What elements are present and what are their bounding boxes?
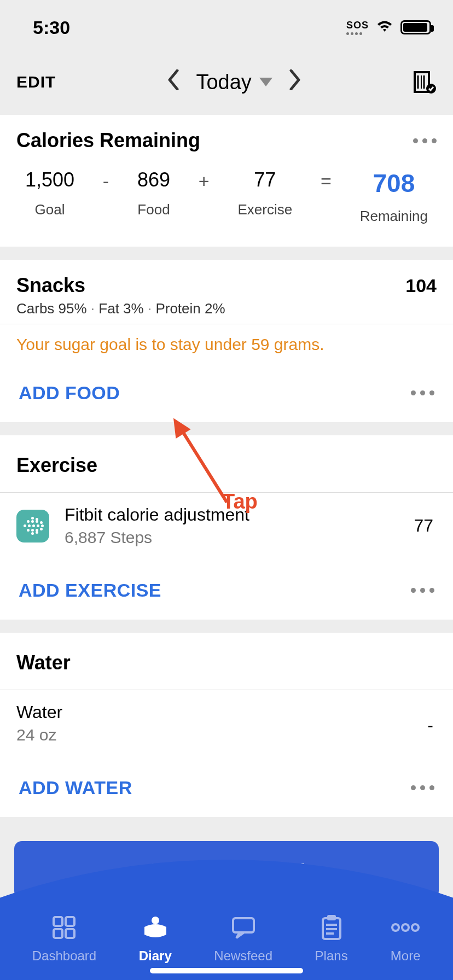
remaining-value: 708 (360, 168, 428, 198)
exercise-section: Exercise Fitbit calorie adjustment 6,887… (0, 435, 453, 620)
add-food-button[interactable]: ADD FOOD (19, 382, 120, 404)
svg-point-18 (412, 924, 419, 931)
exercise-more-button[interactable] (411, 588, 434, 593)
tab-label: Newsfeed (214, 948, 272, 964)
svg-rect-8 (66, 929, 74, 938)
exercise-column: 77 Exercise (238, 168, 293, 218)
date-label: Today (196, 71, 251, 94)
goal-label: Goal (25, 201, 74, 218)
water-section-title: Water (0, 633, 453, 690)
status-bar: 5:30 SOS (0, 0, 453, 55)
food-column: 869 Food (137, 168, 170, 218)
svg-rect-12 (327, 915, 336, 920)
exercise-item-title: Fitbit calorie adjustment (65, 505, 414, 525)
barcode-scan-button[interactable] (413, 70, 437, 94)
sos-indicator: SOS (346, 20, 369, 35)
tab-label: Plans (315, 948, 348, 964)
water-item-title: Water (16, 702, 62, 722)
svg-rect-7 (54, 929, 62, 938)
exercise-item-subtitle: 6,887 Steps (65, 528, 414, 547)
goal-column: 1,500 Goal (25, 168, 74, 218)
status-indicators: SOS (346, 18, 431, 37)
exercise-item-calories: 77 (414, 516, 437, 536)
top-nav: EDIT Today (0, 55, 453, 115)
tab-label: Diary (139, 948, 172, 964)
exercise-value: 77 (238, 168, 293, 191)
calories-remaining-section: Calories Remaining 1,500 Goal - 869 Food… (0, 115, 453, 247)
exercise-item[interactable]: Fitbit calorie adjustment 6,887 Steps 77 (0, 493, 453, 563)
exercise-section-title: Exercise (0, 435, 453, 492)
date-navigator: Today (167, 69, 300, 95)
protein-macro: Protein 2% (155, 300, 225, 317)
goal-value: 1,500 (25, 168, 74, 191)
battery-icon (400, 20, 431, 34)
svg-point-16 (392, 924, 399, 931)
edit-button[interactable]: EDIT (16, 73, 56, 91)
tab-label: Dashboard (32, 948, 96, 964)
exercise-label: Exercise (238, 201, 293, 218)
snacks-calories: 104 (405, 275, 437, 296)
add-exercise-button[interactable]: ADD EXERCISE (19, 580, 161, 601)
tab-bar: Dashboard Diary Newsfeed (0, 854, 453, 980)
minus-operator: - (103, 168, 109, 192)
tab-newsfeed[interactable]: Newsfeed (214, 912, 272, 964)
equals-operator: = (321, 168, 332, 192)
snacks-section: Snacks 104 Carbs 95% · Fat 3% · Protein … (0, 260, 453, 422)
fitbit-icon (16, 510, 49, 542)
calories-more-button[interactable] (413, 138, 437, 143)
date-selector[interactable]: Today (196, 71, 272, 94)
food-value: 869 (137, 168, 170, 191)
snacks-macros: Carbs 95% · Fat 3% · Protein 2% (0, 299, 453, 324)
fat-macro: Fat 3% (98, 300, 143, 317)
calories-remaining-title: Calories Remaining (16, 129, 200, 152)
tab-plans[interactable]: Plans (315, 912, 348, 964)
svg-rect-5 (54, 917, 62, 926)
tab-more[interactable]: More (390, 912, 421, 964)
tab-diary[interactable]: Diary (139, 912, 172, 964)
carbs-macro: Carbs 95% (16, 300, 87, 317)
svg-rect-10 (233, 918, 254, 932)
svg-point-9 (152, 917, 159, 924)
more-icon (390, 912, 421, 943)
snacks-title: Snacks (16, 274, 85, 297)
dropdown-icon (259, 78, 272, 86)
tab-label: More (390, 948, 421, 964)
food-label: Food (137, 201, 170, 218)
sugar-goal-note: Your sugar goal is to stay under 59 gram… (0, 324, 453, 366)
plus-operator: + (199, 168, 210, 192)
remaining-label: Remaining (360, 208, 428, 225)
svg-point-17 (402, 924, 409, 931)
home-indicator (150, 968, 303, 973)
add-water-button[interactable]: ADD WATER (19, 777, 132, 798)
wifi-icon (375, 18, 394, 37)
water-more-button[interactable] (411, 785, 434, 790)
newsfeed-icon (214, 912, 272, 943)
water-section: Water Water 24 oz - ADD WATER (0, 633, 453, 817)
water-item-subtitle: 24 oz (16, 726, 62, 744)
next-day-button[interactable] (289, 69, 301, 95)
dashboard-icon (32, 912, 96, 943)
water-item[interactable]: Water 24 oz - (0, 690, 453, 761)
water-item-value: - (427, 702, 437, 736)
snacks-more-button[interactable] (411, 390, 434, 395)
plans-icon (315, 912, 348, 943)
prev-day-button[interactable] (167, 69, 179, 95)
svg-rect-6 (66, 917, 74, 926)
tab-dashboard[interactable]: Dashboard (32, 912, 96, 964)
diary-icon (139, 912, 172, 943)
status-time: 5:30 (33, 17, 70, 38)
remaining-column: 708 Remaining (360, 168, 428, 225)
